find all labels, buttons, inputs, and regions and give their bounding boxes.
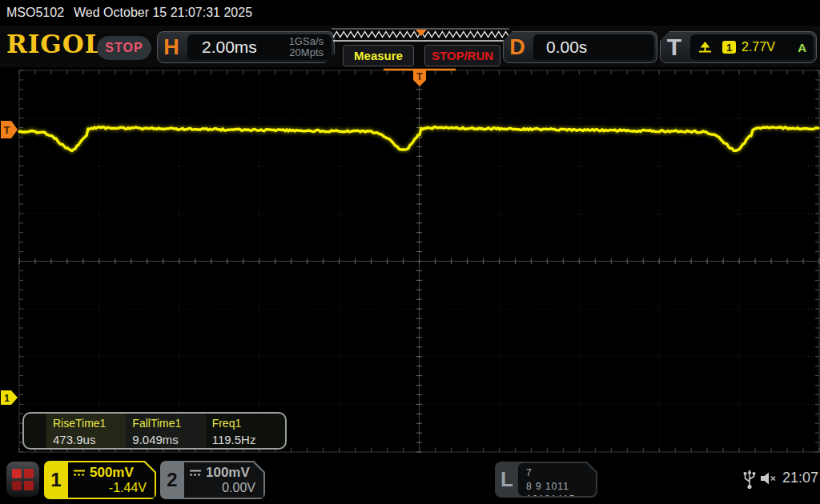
delay-value: 0.00s — [546, 38, 587, 57]
channel2-scale: 100mV — [206, 465, 250, 481]
model-name: MSO5102 — [6, 6, 64, 20]
rigol-logo: RIGOL — [6, 30, 103, 58]
datetime: Wed October 15 21:07:31 2025 — [74, 6, 252, 20]
channel1-block[interactable]: 1 500mV -1.44V — [44, 461, 156, 499]
svg-text:1: 1 — [4, 393, 10, 404]
sample-rate: 1GSa/s — [289, 35, 324, 47]
trigger-level-value: 2.77V — [742, 40, 775, 54]
trigger-source-badge: 1 — [722, 41, 736, 54]
measurement-label: Freq1 — [212, 417, 285, 430]
overview-trigger-marker-icon — [416, 30, 427, 36]
bottombar: 1 500mV -1.44V 2 100mV 0.00V — [0, 456, 820, 504]
menu-button[interactable] — [6, 462, 39, 497]
toolbar: RIGOL STOP H 2.00ms 1GSa/s 20Mpts Measur… — [0, 26, 820, 67]
trigger-sweep-mode: A — [798, 41, 806, 54]
speaker-muted-icon — [760, 471, 781, 486]
measurement-item: Freq1 119.5Hz — [206, 414, 285, 448]
channel1-scale: 500mV — [90, 465, 134, 481]
channel1-offset: -1.44V — [73, 481, 147, 495]
trigger-level-marker[interactable]: T — [0, 119, 19, 140]
memory-depth: 20Mpts — [289, 46, 324, 58]
digital-channels-row1: 0 1 2 3 4 5 6 7 — [526, 454, 596, 479]
usb-icon — [743, 469, 756, 490]
measurement-item: FallTime1 9.049ms — [126, 414, 205, 448]
trigger-panel[interactable]: T 1 2.77V A — [660, 31, 817, 63]
acquisition-info: 1GSa/s 20Mpts — [289, 36, 324, 58]
delay-panel[interactable]: D 0.00s — [503, 31, 657, 63]
dc-coupling-icon — [73, 468, 86, 478]
waveform-overview-strip[interactable] — [330, 28, 511, 42]
measurement-value: 9.049ms — [132, 433, 205, 446]
logic-analyzer-label: L — [495, 462, 519, 498]
horizontal-panel[interactable]: H 2.00ms 1GSa/s 20Mpts — [157, 31, 335, 63]
timebase-value: 2.00ms — [202, 38, 257, 57]
horizontal-label: H — [158, 35, 185, 60]
channel2-number: 2 — [160, 461, 184, 499]
trigger-position-marker[interactable]: T — [384, 68, 456, 89]
measurement-label: FallTime1 — [132, 417, 205, 430]
red-grid-icon — [12, 469, 34, 490]
logic-analyzer-block[interactable]: L 0 1 2 3 4 5 6 7 8 9 1011 12131415 — [495, 462, 597, 498]
measurement-value: 119.5Hz — [212, 433, 285, 446]
svg-text:T: T — [416, 71, 423, 82]
svg-text:T: T — [4, 124, 10, 136]
clock: 21:07 — [782, 470, 818, 486]
stop-run-button[interactable]: STOP/RUN — [424, 45, 500, 66]
dc-coupling-icon — [189, 468, 202, 478]
channel1-number: 1 — [44, 461, 68, 499]
channel1-ground-marker[interactable]: 1 — [0, 390, 19, 406]
overview-zigzag-icon — [330, 28, 511, 42]
delay-label: D — [504, 35, 531, 60]
titlebar: MSO5102 Wed October 15 21:07:31 2025 — [0, 0, 820, 26]
trigger-slope-icon — [697, 40, 714, 54]
measurement-label: RiseTime1 — [53, 417, 126, 430]
channel2-block[interactable]: 2 100mV 0.00V — [160, 461, 265, 499]
digital-channels-row2: 8 9 1011 12131415 — [526, 480, 596, 504]
channel2-offset: 0.00V — [189, 481, 255, 495]
measurement-results-box: RiseTime1 473.9us FallTime1 9.049ms Freq… — [22, 412, 287, 450]
measure-button[interactable]: Measure — [343, 45, 414, 66]
measurement-value: 473.9us — [53, 433, 126, 446]
measurement-item: RiseTime1 473.9us — [46, 414, 126, 448]
run-state-badge[interactable]: STOP — [97, 36, 151, 60]
trigger-label: T — [661, 34, 688, 61]
